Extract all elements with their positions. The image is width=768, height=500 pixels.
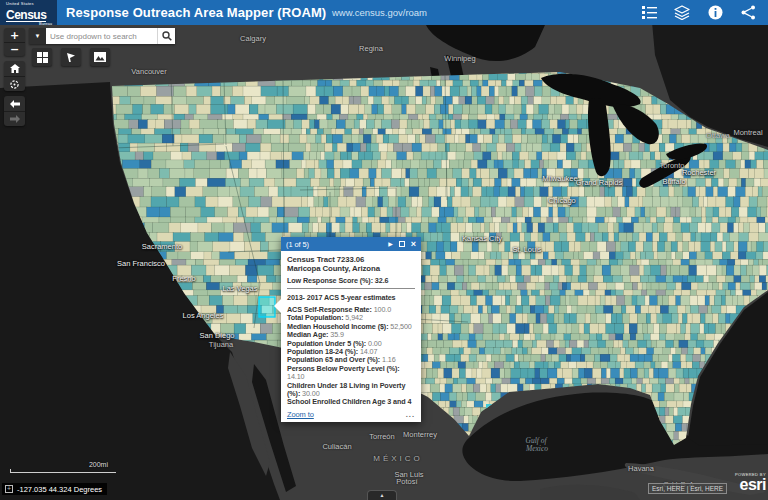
- zoom-out-button[interactable]: −: [4, 42, 25, 56]
- scale-bar-line: [10, 469, 116, 473]
- previous-extent-button[interactable]: [4, 96, 25, 111]
- next-extent-button[interactable]: [4, 111, 25, 126]
- popup-tract-name: Census Tract 7233.06: [287, 255, 415, 264]
- search-button[interactable]: [157, 28, 175, 44]
- scale-bar-label: 200mi: [89, 461, 108, 468]
- popup-pager: (1 of 5): [286, 240, 309, 249]
- print-image-button[interactable]: [90, 48, 110, 66]
- popup-stats-list: ACS Self-Response Rate: 100.0Total Popul…: [287, 306, 415, 422]
- search-widget: ▼: [29, 28, 175, 44]
- zoom-to-link[interactable]: Zoom to: [287, 410, 314, 419]
- coordinate-value: -127.035 44.324 Degrees: [17, 485, 102, 494]
- popup-header: (1 of 5) ▶ ×: [281, 237, 421, 251]
- census-bureau-logo[interactable]: United States Census Bureau: [0, 0, 57, 25]
- basemap-gallery-button[interactable]: [32, 48, 52, 66]
- attribute-table-toggle[interactable]: ▲: [367, 490, 397, 500]
- share-icon[interactable]: [740, 5, 756, 21]
- search-input[interactable]: [46, 28, 157, 44]
- map-navigation-toolbar: + −: [4, 28, 25, 131]
- search-dropdown-button[interactable]: ▼: [29, 28, 46, 44]
- home-button[interactable]: [4, 61, 25, 76]
- popup-close-icon[interactable]: ×: [411, 240, 416, 249]
- zoom-in-button[interactable]: +: [4, 28, 25, 42]
- logo-bottom-text: Bureau: [6, 22, 52, 26]
- app-header: United States Census Bureau Response Out…: [0, 0, 768, 25]
- selected-tract-highlight[interactable]: [259, 297, 275, 317]
- popup-next-feature-icon[interactable]: ▶: [388, 241, 393, 247]
- popup-pointer: [274, 299, 281, 313]
- esri-logo: POWERED BY esri: [728, 473, 766, 493]
- roam-app: United States Census Bureau Response Out…: [0, 0, 768, 500]
- info-icon[interactable]: [707, 5, 723, 21]
- popup-county-name: Maricopa County, Arizona: [287, 264, 415, 273]
- map-tools: [32, 48, 110, 66]
- map-attribution: Esri, HERE | Esri, HERE: [648, 483, 727, 494]
- feature-popup: (1 of 5) ▶ × Census Tract 7233.06 Marico…: [281, 237, 421, 422]
- popup-footer: Zoom to ...: [281, 408, 421, 422]
- layers-icon[interactable]: [674, 5, 690, 21]
- popup-stat-row: Persons Below Poverty Level (%): 14.10: [287, 365, 415, 382]
- header-url: www.census.gov/roam: [332, 7, 427, 18]
- popup-maximize-icon[interactable]: [399, 241, 405, 247]
- header-icon-bar: [641, 0, 756, 25]
- popup-low-response-score: Low Response Score (%): 32.6: [287, 276, 415, 285]
- draw-flag-button[interactable]: [61, 48, 81, 66]
- coordinate-readout: + -127.035 44.324 Degrees: [2, 483, 107, 495]
- popup-body: Census Tract 7233.06 Maricopa County, Ar…: [281, 251, 421, 422]
- popup-stat-row: Children Under 18 Living in Poverty (%):…: [287, 382, 415, 399]
- popup-more-options[interactable]: ...: [406, 410, 415, 419]
- esri-wordmark: esri: [728, 477, 766, 493]
- coordinate-crosshair-icon[interactable]: +: [5, 485, 13, 493]
- page-title: Response Outreach Area Mapper (ROAM): [66, 5, 326, 20]
- popup-section-title: 2013- 2017 ACS 5-year estimates: [287, 293, 415, 302]
- legend-icon[interactable]: [641, 5, 657, 21]
- locate-button[interactable]: [4, 76, 25, 91]
